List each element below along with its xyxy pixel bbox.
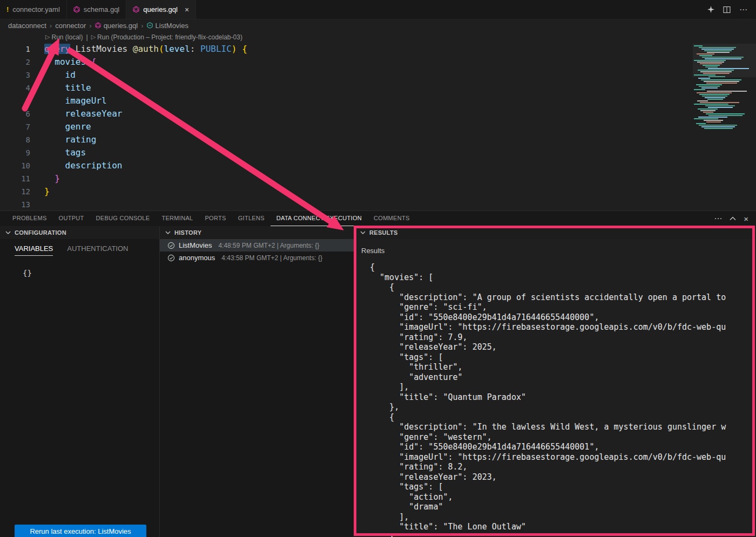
- panel-tab-terminal[interactable]: TERMINAL: [156, 211, 199, 226]
- history-section: HISTORY ListMovies4:48:59 PM GMT+2 | Arg…: [160, 226, 355, 537]
- editor[interactable]: 12345678910111213 query ListMovies @auth…: [0, 43, 756, 211]
- line-number: 6: [0, 107, 30, 120]
- play-icon: ▷: [91, 33, 96, 40]
- editor-actions: ⋯: [707, 0, 756, 19]
- panel-tab-ports[interactable]: PORTS: [199, 211, 232, 226]
- breadcrumb-item-queries-gql[interactable]: queries.gql: [95, 22, 138, 30]
- chevron-down-icon: [5, 231, 11, 234]
- history-item[interactable]: anonymous4:43:58 PM GMT+2 | Arguments: {…: [160, 251, 354, 264]
- tab-authentication[interactable]: AUTHENTICATION: [67, 244, 128, 256]
- editor-code[interactable]: query ListMovies @auth(level: PUBLIC) { …: [30, 43, 756, 211]
- panel-tab-output[interactable]: OUTPUT: [53, 211, 90, 226]
- configuration-tabs: VARIABLES AUTHENTICATION: [0, 244, 159, 256]
- breadcrumb: dataconnect › connector › queries.gql › …: [0, 19, 756, 31]
- line-number: 12: [0, 185, 30, 198]
- yaml-warning-icon: !: [6, 5, 9, 13]
- code-line[interactable]: description: [30, 159, 756, 172]
- run-production-link[interactable]: ▷ Run (Production – Project: friendly-fl…: [91, 33, 242, 41]
- vscode-window: ! connector.yaml schema.gql queries.gql …: [0, 0, 756, 537]
- variables-value[interactable]: {}: [23, 269, 159, 277]
- code-line[interactable]: rating: [30, 133, 756, 146]
- line-number: 3: [0, 69, 30, 81]
- split-editor-icon[interactable]: [723, 6, 731, 13]
- editor-gutter: 12345678910111213: [0, 43, 30, 211]
- play-icon: ▷: [45, 33, 50, 40]
- panel-body: CONFIGURATION VARIABLES AUTHENTICATION {…: [0, 226, 756, 537]
- history-header-label: HISTORY: [174, 229, 201, 236]
- chevron-right-icon: ›: [89, 22, 91, 30]
- panel-more-icon[interactable]: ⋯: [714, 214, 722, 223]
- code-line[interactable]: query ListMovies @auth(level: PUBLIC) {: [30, 43, 756, 56]
- results-subheader: Results: [361, 247, 756, 255]
- line-number: 2: [0, 56, 30, 69]
- close-tab-icon[interactable]: ×: [185, 5, 189, 14]
- code-line[interactable]: title: [30, 81, 756, 94]
- minimap[interactable]: [693, 44, 756, 173]
- results-json: { "movies": [ { "description": "A group …: [370, 262, 756, 537]
- operation-symbol-icon: [147, 22, 153, 29]
- rerun-last-execution-button[interactable]: Rerun last execution: ListMovies: [15, 525, 146, 537]
- code-line[interactable]: [30, 198, 756, 211]
- breadcrumb-label: ListMovies: [156, 22, 188, 30]
- panel-tab-data-connect-execution[interactable]: DATA CONNECT EXECUTION: [271, 211, 368, 226]
- code-line[interactable]: id: [30, 69, 756, 81]
- panel-tab-debug-console[interactable]: DEBUG CONSOLE: [90, 211, 156, 226]
- run-local-label: Run (local): [51, 33, 83, 41]
- tab-connector-yaml[interactable]: ! connector.yaml: [0, 0, 67, 19]
- code-line[interactable]: }: [30, 172, 756, 185]
- history-item[interactable]: ListMovies4:48:59 PM GMT+2 | Arguments: …: [160, 239, 354, 251]
- results-header-label: RESULTS: [369, 229, 398, 236]
- code-line[interactable]: tags: [30, 146, 756, 159]
- run-production-label: Run (Production – Project: friendly-flix…: [97, 33, 242, 41]
- pass-check-icon: [167, 242, 175, 249]
- tab-queries-gql[interactable]: queries.gql ×: [126, 0, 196, 19]
- chevron-right-icon: ›: [50, 22, 52, 30]
- line-number: 4: [0, 81, 30, 94]
- line-number: 9: [0, 146, 30, 159]
- panel-maximize-icon[interactable]: [730, 216, 736, 221]
- tab-variables[interactable]: VARIABLES: [15, 244, 53, 256]
- line-number: 13: [0, 198, 30, 211]
- editor-tab-bar: ! connector.yaml schema.gql queries.gql …: [0, 0, 756, 19]
- tab-label: queries.gql: [143, 5, 178, 13]
- history-item-meta: 4:48:59 PM GMT+2 | Arguments: {}: [218, 242, 319, 249]
- graphql-icon: [95, 22, 101, 29]
- results-header[interactable]: RESULTS: [355, 226, 756, 239]
- line-number: 11: [0, 172, 30, 185]
- run-local-link[interactable]: ▷ Run (local): [45, 33, 83, 41]
- breadcrumb-item-listmovies[interactable]: ListMovies: [147, 22, 188, 30]
- panel-tab-gitlens[interactable]: GITLENS: [232, 211, 271, 226]
- history-header[interactable]: HISTORY: [160, 226, 354, 239]
- chevron-down-icon: [165, 231, 171, 234]
- line-number: 8: [0, 133, 30, 146]
- bottom-panel: PROBLEMSOUTPUTDEBUG CONSOLETERMINALPORTS…: [0, 210, 756, 537]
- tab-schema-gql[interactable]: schema.gql: [67, 0, 126, 19]
- tab-label: schema.gql: [84, 5, 119, 13]
- code-line[interactable]: releaseYear: [30, 107, 756, 120]
- copilot-icon[interactable]: [707, 6, 714, 13]
- code-line[interactable]: }: [30, 185, 756, 198]
- configuration-header-label: CONFIGURATION: [15, 229, 66, 236]
- code-line[interactable]: movies {: [30, 56, 756, 69]
- line-number: 1: [0, 43, 30, 56]
- code-line[interactable]: genre: [30, 120, 756, 133]
- graphql-icon: [133, 6, 139, 13]
- configuration-section: CONFIGURATION VARIABLES AUTHENTICATION {…: [0, 226, 160, 537]
- panel-tab-problems[interactable]: PROBLEMS: [6, 211, 53, 226]
- panel-close-icon[interactable]: ×: [744, 214, 748, 223]
- graphql-icon: [73, 6, 80, 13]
- panel-tab-bar-tabs: PROBLEMSOUTPUTDEBUG CONSOLETERMINALPORTS…: [6, 211, 416, 226]
- results-section: RESULTS Results { "movies": [ { "descrip…: [355, 226, 756, 537]
- panel-actions: ⋯ ×: [714, 214, 756, 223]
- panel-tab-comments[interactable]: COMMENTS: [368, 211, 416, 226]
- breadcrumb-item-connector[interactable]: connector: [55, 22, 86, 30]
- tab-label: connector.yaml: [12, 5, 59, 13]
- panel-tab-bar: PROBLEMSOUTPUTDEBUG CONSOLETERMINALPORTS…: [0, 211, 756, 226]
- code-line[interactable]: imageUrl: [30, 94, 756, 107]
- breadcrumb-item-dataconnect[interactable]: dataconnect: [8, 22, 46, 30]
- history-list: ListMovies4:48:59 PM GMT+2 | Arguments: …: [160, 239, 354, 264]
- history-item-meta: 4:43:58 PM GMT+2 | Arguments: {}: [221, 254, 322, 262]
- more-actions-icon[interactable]: ⋯: [739, 5, 747, 15]
- configuration-header[interactable]: CONFIGURATION: [0, 226, 159, 239]
- history-item-name: anonymous: [179, 254, 215, 262]
